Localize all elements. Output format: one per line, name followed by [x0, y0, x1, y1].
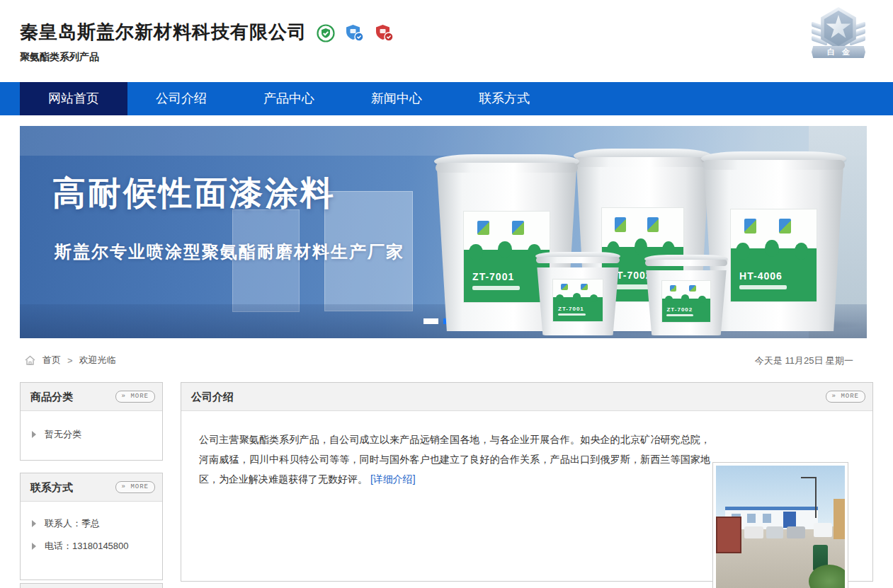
bucket-code: HT-4006 [739, 270, 783, 282]
factory-photo[interactable] [712, 462, 848, 588]
category-item-label: 暂无分类 [45, 429, 81, 439]
breadcrumb-separator: > [67, 355, 73, 366]
contact-person-item: 联系人：季总 [21, 513, 162, 534]
nav-tab-contact[interactable]: 联系方式 [450, 82, 558, 115]
date-text: 今天是 11月25日 星期一 [755, 354, 853, 367]
contact-phone-label: 电话：13180145800 [45, 541, 129, 551]
panel-cutoff [20, 583, 163, 588]
company-name: 秦皇岛斯盖尔新材料科技有限公司 [20, 20, 307, 45]
panel-title: 联系方式 [30, 481, 73, 495]
more-button[interactable]: » MORE [115, 481, 155, 493]
panel-product-categories: 商品分类 » MORE 暂无分类 [20, 382, 163, 461]
panel-header: 公司介绍 » MORE [181, 383, 872, 411]
home-icon[interactable] [24, 354, 36, 366]
breadcrumb-current: 欢迎光临 [79, 354, 116, 367]
triangle-bullet-icon [32, 431, 36, 438]
page: 秦皇岛斯盖尔新材料科技有限公司 [0, 0, 893, 588]
nav-tab-about[interactable]: 公司介绍 [127, 82, 235, 115]
platinum-medal-icon: 白金 [812, 6, 865, 69]
product-bucket: ZT-7001 [535, 252, 620, 335]
paragraph-text: 公司主营聚氨酯类系列产品，自公司成立以来产品远销全国各地，与各企业开展合作。如央… [199, 434, 710, 485]
triangle-bullet-icon [32, 520, 36, 527]
nav-tab-home[interactable]: 网站首页 [20, 82, 127, 115]
breadcrumb: 首页 > 欢迎光临 [24, 354, 116, 367]
red-shield-check-icon [375, 23, 394, 42]
banner-subheadline: 斯盖尔专业喷涂型聚氨酯耐磨材料生产厂家 [55, 241, 404, 263]
hero-banner[interactable]: ZT-7001 ZT-7002 HT-4006 ZT-7001 [20, 126, 867, 338]
panel-contact: 联系方式 » MORE 联系人：季总 电话：13180145800 [20, 473, 163, 580]
nav-tab-products[interactable]: 产品中心 [235, 82, 343, 115]
site-subtitle: 聚氨酯类系列产品 [20, 51, 394, 64]
breadcrumb-row: 首页 > 欢迎光临 今天是 11月25日 星期一 [20, 350, 873, 371]
blue-shield-check-icon [345, 23, 365, 42]
category-item[interactable]: 暂无分类 [21, 424, 162, 445]
more-button[interactable]: » MORE [115, 391, 155, 403]
bucket-code: ZT-7001 [558, 306, 584, 312]
bucket-code: ZT-7001 [472, 271, 514, 282]
nav-tab-news[interactable]: 新闻中心 [343, 82, 450, 115]
panel-header: 商品分类 » MORE [21, 383, 162, 411]
green-verified-icon [317, 24, 335, 42]
more-button[interactable]: » MORE [826, 391, 865, 403]
section-title: 公司介绍 [191, 391, 234, 404]
site-header: 秦皇岛斯盖尔新材料科技有限公司 [20, 20, 394, 64]
medal-ribbon: 白金 [812, 46, 865, 58]
panel-header: 联系方式 » MORE [21, 473, 162, 502]
product-bucket: ZT-7002 [644, 255, 728, 335]
main-nav: 网站首页 公司介绍 产品中心 新闻中心 联系方式 [0, 82, 893, 115]
certification-badges [317, 23, 394, 42]
breadcrumb-home[interactable]: 首页 [42, 354, 61, 367]
triangle-bullet-icon [32, 543, 36, 550]
banner-headline: 高耐候性面漆涂料 [52, 171, 336, 216]
detail-link[interactable]: [详细介绍] [370, 473, 416, 485]
company-intro-paragraph: 公司主营聚氨酯类系列产品，自公司成立以来产品远销全国各地，与各企业开展合作。如央… [199, 430, 710, 489]
panel-title: 商品分类 [30, 391, 73, 404]
bucket-code: ZT-7002 [666, 306, 693, 313]
contact-person-label: 联系人：季总 [45, 518, 100, 529]
factory-photo-image [716, 466, 845, 588]
panel-company-intro: 公司介绍 » MORE 公司主营聚氨酯类系列产品，自公司成立以来产品远销全国各地… [181, 382, 873, 582]
contact-phone-item: 电话：13180145800 [21, 536, 162, 557]
